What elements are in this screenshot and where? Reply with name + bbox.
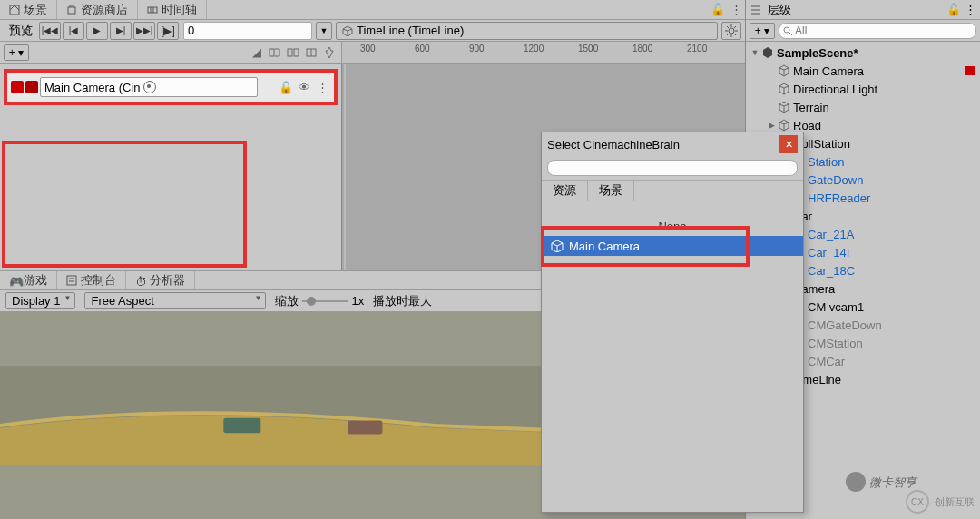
hierarchy-search-input[interactable] [795, 24, 970, 37]
add-track-button[interactable]: + ▾ [4, 44, 29, 61]
hierarchy-item[interactable]: Terrain [746, 98, 980, 116]
item-label: Car_18C [806, 264, 855, 278]
prev-frame-button[interactable]: |◀ [63, 22, 84, 40]
cinemachine-track-header[interactable]: Main Camera (Cin 🔓 👁 ⋮ [4, 69, 338, 105]
mix-mode-icon[interactable] [267, 44, 283, 61]
scale-label: 缩放 [275, 293, 299, 309]
frame-dropdown-button[interactable]: ▼ [316, 22, 332, 40]
hierarchy-search[interactable] [779, 23, 976, 39]
replace-mode-icon[interactable] [303, 44, 319, 61]
lock-icon[interactable]: 🔓 [946, 3, 961, 16]
item-label: CM vcam1 [806, 300, 864, 314]
svg-line-10 [727, 26, 729, 28]
kebab-icon[interactable]: ⋮ [727, 0, 745, 19]
popup-item-none[interactable]: None [542, 216, 803, 236]
create-button[interactable]: + ▾ [750, 23, 775, 39]
popup-item-maincamera[interactable]: Main Camera [542, 236, 803, 256]
visibility-icon[interactable]: 👁 [296, 79, 312, 95]
toggle-icon[interactable]: ▶ [766, 121, 777, 130]
tab-scene[interactable]: 场景 [0, 0, 57, 19]
playhead[interactable] [344, 64, 346, 270]
tab-game[interactable]: 🎮 游戏 [0, 271, 57, 289]
goto-end-button[interactable]: ▶▶| [133, 22, 155, 40]
popup-search-input[interactable] [547, 160, 798, 176]
cube-icon [342, 25, 353, 36]
goto-start-button[interactable]: |◀◀ [39, 22, 61, 40]
svg-line-12 [734, 26, 736, 28]
tab-profiler[interactable]: ⏱ 分析器 [126, 271, 195, 289]
svg-line-31 [789, 33, 792, 35]
object-picker-popup: Select CinemachineBrain ✕ 资源 场景 None Mai… [541, 132, 804, 513]
hierarchy-item[interactable]: Directional Light [746, 80, 980, 98]
ripple-mode-icon[interactable] [285, 44, 301, 61]
gear-icon [725, 24, 738, 37]
track-list: Main Camera (Cin 🔓 👁 ⋮ [0, 64, 341, 270]
lock-icon[interactable]: 🔓 [709, 0, 727, 19]
svg-rect-15 [288, 49, 292, 56]
tab-assetstore-label: 资源商店 [81, 2, 128, 18]
svg-rect-14 [270, 49, 274, 56]
timeline-toolbar: 预览 |◀◀ |◀ ▶ ▶| ▶▶| [▶] ▼ TimeLine (TimeL… [0, 20, 745, 42]
popup-list: None Main Camera [542, 201, 803, 512]
scene-name: SampleScene* [775, 46, 858, 60]
pin-icon[interactable] [321, 44, 338, 61]
svg-point-30 [784, 27, 789, 33]
object-picker-icon[interactable] [143, 81, 156, 93]
svg-rect-1 [68, 7, 75, 14]
frame-input[interactable] [183, 22, 312, 40]
gameobject-icon [778, 83, 790, 95]
watermark-wechat: 微卡智亨 [846, 470, 916, 492]
display-dropdown[interactable]: Display 1 [5, 292, 75, 309]
tab-assetstore[interactable]: 资源商店 [57, 0, 138, 19]
svg-rect-16 [294, 49, 299, 56]
maximize-label: 播放时最大 [373, 293, 432, 309]
scale-slider[interactable] [302, 296, 348, 307]
track-menu-icon[interactable]: ⋮ [314, 79, 330, 95]
item-label: GateDown [806, 173, 863, 187]
play-button[interactable]: ▶ [86, 22, 108, 40]
tab-timeline[interactable]: 时间轴 [138, 0, 207, 19]
profiler-icon: ⏱ [135, 275, 146, 286]
gameobject-icon [778, 64, 790, 77]
play-range-button[interactable]: [▶] [157, 22, 179, 40]
hierarchy-toolbar: + ▾ [746, 20, 980, 42]
scene-item[interactable]: ▼ SampleScene* [746, 44, 980, 62]
svg-rect-0 [10, 5, 19, 15]
timeline-ruler[interactable]: 300 600 900 1200 1500 1800 2100 [341, 42, 745, 63]
top-tab-bar: 场景 资源商店 时间轴 🔓 ⋮ [0, 0, 745, 20]
svg-point-23 [307, 297, 316, 306]
item-label: CMCar [806, 355, 845, 368]
tab-timeline-label: 时间轴 [162, 2, 197, 18]
item-label: Directional Light [791, 83, 877, 96]
unity-logo-icon [761, 46, 774, 59]
aspect-dropdown[interactable]: Free Aspect [84, 292, 266, 309]
store-icon [66, 5, 77, 15]
cube-icon [551, 240, 564, 252]
timeline-subtoolbar: + ▾ ◢ 300 600 900 1200 1500 1800 2100 [0, 42, 745, 64]
hierarchy-icon [750, 4, 762, 16]
popup-search-row [542, 156, 803, 180]
item-label: HRFReader [806, 191, 870, 205]
search-icon [783, 26, 792, 35]
item-label: Road [791, 119, 821, 132]
popup-tabs: 资源 场景 [542, 180, 803, 201]
popup-tab-assets[interactable]: 资源 [542, 181, 588, 201]
toggle-icon[interactable]: ▼ [750, 48, 760, 57]
timeline-asset-dropdown[interactable]: TimeLine (TimeLine) [336, 22, 718, 40]
settings-button[interactable] [721, 22, 741, 40]
popup-tab-scene[interactable]: 场景 [588, 181, 634, 201]
cinemachine-brain-icon [964, 64, 976, 77]
scale-control[interactable]: 缩放 1x [275, 293, 364, 309]
tab-console[interactable]: 控制台 [57, 271, 126, 289]
close-button[interactable]: ✕ [779, 135, 798, 153]
item-label: Main Camera [791, 64, 864, 78]
svg-rect-19 [67, 276, 76, 285]
item-label: Terrain [791, 101, 829, 114]
edit-mode-icon[interactable]: ◢ [249, 44, 265, 61]
kebab-icon[interactable]: ⋮ [965, 3, 976, 16]
lock-track-icon[interactable]: 🔓 [278, 79, 294, 95]
popup-titlebar[interactable]: Select CinemachineBrain ✕ [542, 132, 803, 156]
hierarchy-item[interactable]: Main Camera [746, 62, 980, 80]
item-label: CMGateDown [806, 318, 882, 332]
next-frame-button[interactable]: ▶| [110, 22, 132, 40]
